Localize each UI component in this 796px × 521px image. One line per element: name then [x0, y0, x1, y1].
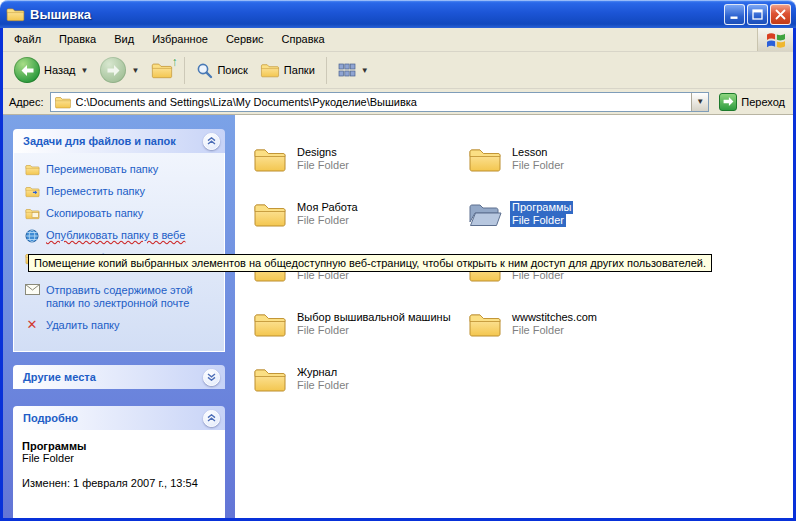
- window-body: Файл Правка Вид Избранное Сервис Справка: [0, 28, 796, 521]
- details-panel: Подробно Программы File Folder Изменен: …: [13, 406, 225, 518]
- other-places-title: Другие места: [23, 371, 96, 383]
- menu-view[interactable]: Вид: [105, 28, 143, 51]
- go-label: Переход: [741, 96, 785, 108]
- folder-name: Программы: [510, 201, 573, 214]
- file-tasks-panel: Задачи для файлов и папок Переименовать …: [13, 129, 225, 352]
- folder-tile[interactable]: Выбор вышивальной машины File Folder: [253, 296, 453, 351]
- folder-tile-selected[interactable]: Программы File Folder: [468, 186, 573, 241]
- address-label: Адрес:: [9, 96, 44, 108]
- details-modified: Изменен: 1 февраля 2007 г., 13:54: [22, 477, 216, 489]
- title-bar[interactable]: Вышивка: [0, 0, 796, 28]
- email-icon: [24, 284, 40, 295]
- back-label: Назад: [44, 64, 76, 76]
- other-places-panel: Другие места: [13, 365, 225, 389]
- task-pane: Задачи для файлов и папок Переименовать …: [3, 115, 235, 518]
- menu-edit[interactable]: Правка: [50, 28, 105, 51]
- windows-flag-icon: [766, 31, 786, 49]
- folder-icon: [468, 145, 502, 173]
- toolbar: Назад ▼ ▼ ↑ Поиск: [3, 52, 793, 89]
- folder-tile[interactable]: Lesson File Folder: [468, 131, 566, 186]
- explorer-window: Вышивка Файл Правка Вид Избранное Сервис…: [0, 0, 796, 521]
- folder-type: File Folder: [295, 324, 351, 337]
- file-tasks-body: Переименовать папку Переместить папку: [13, 153, 225, 352]
- expand-button[interactable]: [203, 369, 220, 386]
- window-title: Вышивка: [30, 7, 724, 22]
- close-button[interactable]: [770, 4, 791, 25]
- menu-help[interactable]: Справка: [273, 28, 334, 51]
- menu-file[interactable]: Файл: [5, 28, 50, 51]
- go-button[interactable]: Переход: [715, 93, 789, 111]
- close-icon: [775, 9, 786, 20]
- task-copy-folder[interactable]: Скопировать папку: [24, 207, 220, 220]
- folder-icon: [253, 365, 287, 393]
- details-file-type: File Folder: [22, 452, 216, 464]
- open-folder-selected-icon: [468, 200, 502, 228]
- other-places-header[interactable]: Другие места: [13, 365, 225, 389]
- folder-name: Выбор вышивальной машины: [295, 311, 453, 324]
- globe-icon: [24, 229, 40, 243]
- task-move-folder[interactable]: Переместить папку: [24, 185, 220, 198]
- up-button[interactable]: ↑: [146, 59, 178, 81]
- folder-type: File Folder: [295, 159, 351, 172]
- task-delete-folder[interactable]: ✕ Удалить папку: [24, 319, 220, 332]
- folder-tile[interactable]: Моя Работа File Folder: [253, 186, 360, 241]
- forward-button[interactable]: ▼: [95, 55, 144, 85]
- file-tasks-title: Задачи для файлов и папок: [23, 135, 176, 147]
- folder-type: File Folder: [295, 379, 351, 392]
- task-email-folder[interactable]: Отправить содержимое этой папки по элект…: [24, 284, 220, 310]
- file-tasks-header[interactable]: Задачи для файлов и папок: [13, 129, 225, 153]
- folder-type: File Folder: [510, 159, 566, 172]
- maximize-button[interactable]: [747, 4, 768, 25]
- address-path: C:\Documents and Settings\Liza\My Docume…: [76, 96, 688, 108]
- details-header[interactable]: Подробно: [13, 406, 225, 430]
- collapse-button[interactable]: [203, 410, 220, 427]
- views-dropdown-icon: ▼: [361, 66, 369, 75]
- folders-icon: [260, 62, 280, 78]
- folder-icon: [468, 310, 502, 338]
- folders-label: Папки: [284, 64, 315, 76]
- address-bar: Адрес: C:\Documents and Settings\Liza\My…: [3, 89, 793, 115]
- folder-tile[interactable]: Журнал File Folder: [253, 351, 351, 406]
- menu-tools[interactable]: Сервис: [217, 28, 273, 51]
- folder-name: Моя Работа: [295, 201, 360, 214]
- task-spacer: [24, 274, 220, 284]
- folders-button[interactable]: Папки: [255, 60, 320, 80]
- folder-tile[interactable]: wwwstitches.com File Folder: [468, 296, 599, 351]
- copy-folder-icon: [24, 207, 40, 220]
- toolbar-separator: [184, 57, 185, 84]
- window-folder-icon: [6, 6, 25, 22]
- address-dropdown-button[interactable]: ▼: [691, 93, 708, 111]
- back-icon: [14, 57, 40, 83]
- search-icon: [196, 62, 213, 79]
- details-body: Программы File Folder Изменен: 1 февраля…: [13, 430, 225, 518]
- folder-type: File Folder: [510, 324, 566, 337]
- forward-icon: [100, 57, 126, 83]
- folder-content[interactable]: Designs File Folder Lesson File Folder: [235, 115, 793, 518]
- chevron-up-icon: [207, 414, 216, 422]
- chevron-down-icon: [207, 373, 216, 381]
- back-dropdown-icon: ▼: [81, 66, 89, 75]
- menu-favorites[interactable]: Избранное: [143, 28, 217, 51]
- menu-bar: Файл Правка Вид Избранное Сервис Справка: [3, 28, 793, 52]
- address-input[interactable]: C:\Documents and Settings\Liza\My Docume…: [50, 92, 710, 112]
- address-folder-icon: [54, 95, 72, 109]
- details-file-name: Программы: [22, 440, 216, 452]
- minimize-button[interactable]: [724, 4, 745, 25]
- views-button[interactable]: ▼: [333, 60, 374, 80]
- go-icon: [719, 93, 737, 111]
- folder-type: File Folder: [510, 214, 566, 227]
- back-button[interactable]: Назад ▼: [9, 55, 93, 85]
- folder-icon: [253, 200, 287, 228]
- main-area: Задачи для файлов и папок Переименовать …: [3, 115, 793, 518]
- task-rename-folder[interactable]: Переименовать папку: [24, 163, 220, 176]
- folder-name: wwwstitches.com: [510, 311, 599, 324]
- toolbar-separator: [326, 57, 327, 84]
- task-publish-folder-web[interactable]: Опубликовать папку в вебе: [24, 229, 220, 243]
- collapse-button[interactable]: [203, 133, 220, 150]
- search-button[interactable]: Поиск: [191, 60, 252, 81]
- minimize-icon: [729, 9, 740, 20]
- folder-type: File Folder: [295, 214, 351, 227]
- up-arrow-icon: ↑: [171, 55, 177, 69]
- folder-tile[interactable]: Designs File Folder: [253, 131, 351, 186]
- folder-icon: [253, 310, 287, 338]
